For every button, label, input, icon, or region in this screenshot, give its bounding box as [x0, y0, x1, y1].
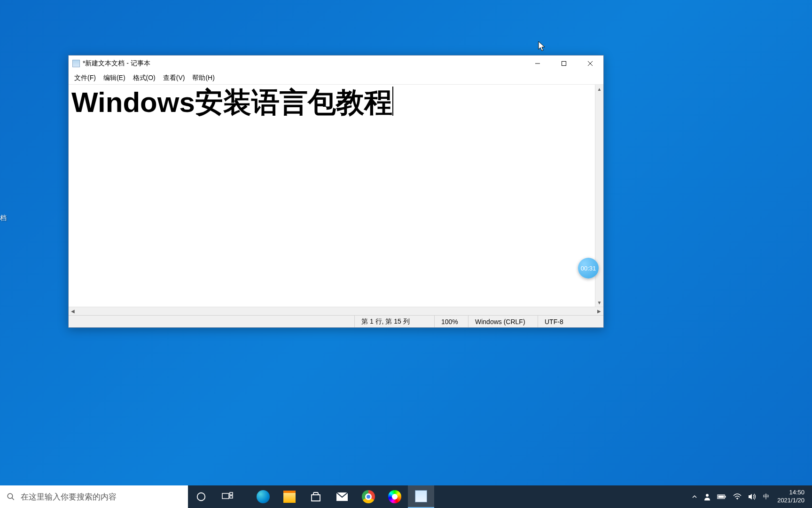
- taskbar-edge-icon[interactable]: [250, 485, 276, 508]
- svg-rect-1: [562, 62, 566, 66]
- scroll-right-icon[interactable]: ▶: [595, 307, 603, 315]
- menubar: 文件(F) 编辑(E) 格式(O) 查看(V) 帮助(H): [69, 71, 603, 85]
- menu-help[interactable]: 帮助(H): [188, 73, 218, 83]
- status-encoding: UTF-8: [538, 316, 603, 327]
- tray-time: 14:50: [777, 489, 804, 497]
- titlebar[interactable]: *新建文本文档 - 记事本: [69, 56, 603, 71]
- window-controls: [524, 56, 603, 71]
- tray-wifi-icon[interactable]: [730, 493, 745, 500]
- svg-rect-9: [230, 496, 233, 498]
- scroll-down-icon[interactable]: ▼: [595, 298, 603, 307]
- taskbar-settings-icon[interactable]: [382, 485, 408, 508]
- editor-wrap: Windows安装语言包教程 ▲ ▼: [69, 85, 603, 307]
- editor-content: Windows安装语言包教程: [71, 87, 392, 118]
- taskbar-chrome-icon[interactable]: [355, 485, 382, 508]
- close-button[interactable]: [577, 56, 603, 71]
- notepad-window: *新建文本文档 - 记事本 文件(F) 编辑(E) 格式(O) 查看(V) 帮助…: [68, 55, 604, 328]
- taskbar-notepad-icon[interactable]: [408, 485, 434, 508]
- svg-point-4: [8, 493, 13, 499]
- svg-line-5: [12, 498, 14, 500]
- tray-date: 2021/1/20: [777, 497, 804, 505]
- tray-chevron-up-icon[interactable]: [688, 494, 701, 500]
- svg-rect-8: [230, 492, 233, 495]
- mouse-cursor-icon: [538, 41, 547, 54]
- task-view-icon[interactable]: [214, 485, 241, 508]
- taskbar-explorer-icon[interactable]: [276, 485, 303, 508]
- minimize-button[interactable]: [524, 56, 551, 71]
- maximize-button[interactable]: [551, 56, 577, 71]
- svg-point-6: [197, 493, 205, 501]
- svg-rect-14: [718, 496, 724, 498]
- svg-point-11: [706, 494, 709, 497]
- notepad-app-icon: [72, 60, 80, 67]
- window-title: *新建文本文档 - 记事本: [83, 59, 524, 68]
- svg-rect-7: [222, 493, 229, 499]
- tray-clock[interactable]: 14:50 2021/1/20: [773, 489, 809, 505]
- search-placeholder: 在这里输入你要搜索的内容: [21, 492, 117, 502]
- taskbar-store-icon[interactable]: [303, 485, 329, 508]
- menu-file[interactable]: 文件(F): [70, 73, 100, 83]
- horizontal-scrollbar[interactable]: ◀ ▶: [69, 307, 603, 315]
- svg-rect-13: [725, 496, 726, 498]
- tray-volume-icon[interactable]: [745, 493, 760, 500]
- cortana-icon[interactable]: [188, 485, 214, 508]
- svg-point-15: [737, 499, 738, 500]
- search-icon: [7, 492, 15, 501]
- taskbar-mail-icon[interactable]: [329, 485, 355, 508]
- status-cursor-position: 第 1 行, 第 15 列: [354, 316, 434, 327]
- search-box[interactable]: 在这里输入你要搜索的内容: [0, 485, 188, 508]
- text-caret: [392, 87, 393, 116]
- menu-edit[interactable]: 编辑(E): [100, 73, 129, 83]
- status-zoom: 100%: [434, 316, 468, 327]
- system-tray: 中 14:50 2021/1/20: [686, 485, 812, 508]
- text-editor[interactable]: Windows安装语言包教程: [69, 85, 595, 307]
- status-line-ending: Windows (CRLF): [468, 316, 538, 327]
- scroll-track[interactable]: [77, 307, 595, 315]
- taskbar-spacer: [434, 485, 686, 508]
- menu-format[interactable]: 格式(O): [129, 73, 159, 83]
- timer-value: 00:31: [581, 265, 596, 272]
- menu-view[interactable]: 查看(V): [159, 73, 189, 83]
- tray-battery-icon[interactable]: [714, 494, 730, 500]
- tray-people-icon[interactable]: [701, 493, 714, 500]
- tray-ime-indicator[interactable]: 中: [760, 492, 773, 501]
- statusbar: 第 1 行, 第 15 列 100% Windows (CRLF) UTF-8: [69, 315, 603, 327]
- taskbar: 在这里输入你要搜索的内容: [0, 485, 812, 508]
- scroll-up-icon[interactable]: ▲: [595, 85, 603, 93]
- recording-timer-badge[interactable]: 00:31: [578, 258, 599, 278]
- scroll-left-icon[interactable]: ◀: [69, 307, 77, 315]
- desktop-icon-label[interactable]: 档: [0, 214, 7, 222]
